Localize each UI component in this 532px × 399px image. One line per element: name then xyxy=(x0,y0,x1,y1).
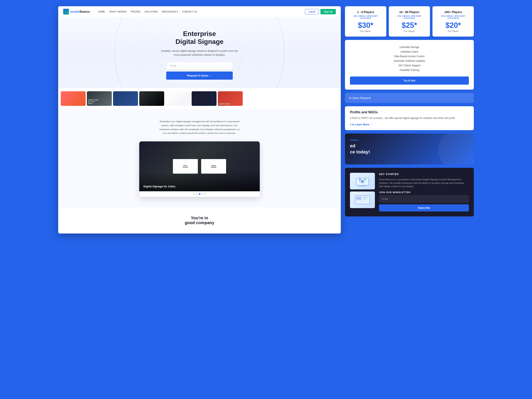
template-thumb-1[interactable] xyxy=(61,91,86,106)
tier2-title: 10 - 99 Players xyxy=(392,10,427,14)
tier1-per: Per Player xyxy=(348,30,383,32)
pricing-card-tier1: 1 - 9 Players 10% ANNUAL DISCOUNT AVAILA… xyxy=(345,6,386,37)
illustration-svg-2 xyxy=(354,193,371,206)
tier2-per: Per Player xyxy=(392,30,427,32)
svg-rect-7 xyxy=(356,197,361,200)
tier3-discount: 10% ANNUAL DISCOUNT AVAILABLE xyxy=(436,15,470,19)
footer-right-panel: GET STARTED Screenfluence is a proprieta… xyxy=(345,168,474,216)
svg-rect-8 xyxy=(362,197,368,198)
svg-point-3 xyxy=(359,179,361,180)
enterprise-card: Unlimited Storage Unlimited Users Role B… xyxy=(345,40,474,90)
nav-resources-label: RESOURCES xyxy=(162,10,177,13)
pricing-card-tier3: 100+ Players 10% ANNUAL DISCOUNT AVAILAB… xyxy=(432,6,474,37)
pricing-tiers-row: 1 - 9 Players 10% ANNUAL DISCOUNT AVAILA… xyxy=(345,6,474,37)
tier2-discount: 10% ANNUAL DISCOUNT AVAILABLE xyxy=(392,15,427,19)
newsletter-input[interactable] xyxy=(379,195,469,203)
logo-text: screenfluence xyxy=(70,10,90,13)
dot-3[interactable] xyxy=(199,193,200,195)
tier1-price: $30* xyxy=(348,22,383,29)
hero-email-input[interactable] xyxy=(166,62,233,70)
learn-more-arrow: → xyxy=(370,123,373,126)
display-caption: Digital Signage for Cafes xyxy=(143,185,175,188)
svg-rect-2 xyxy=(358,186,367,187)
good-company-section: You're in good company xyxy=(58,207,341,233)
illus-box-2 xyxy=(350,192,375,208)
pricing-panel: 1 - 9 Players 10% ANNUAL DISCOUNT AVAILA… xyxy=(345,6,474,233)
features-list: Unlimited Storage Unlimited Users Role B… xyxy=(350,45,469,72)
dot-1[interactable] xyxy=(193,193,195,195)
nav-resources[interactable]: RESOURCES ▾ xyxy=(162,10,178,13)
available-text: le Upon Request xyxy=(349,96,371,100)
nav-links: HOME HOW IT WORKS PRICING SOLUTIONS RESO… xyxy=(98,10,305,13)
hero-title: Enterprise Digital Signage xyxy=(66,30,332,46)
nonprofits-card: Profits and NGOs n NGO or NPO? Let us kn… xyxy=(345,106,474,130)
pricing-card-tier2: 10 - 99 Players 10% ANNUAL DISCOUNT AVAI… xyxy=(389,6,430,37)
template-label-7: LIMITLESS xyxy=(219,103,230,105)
illus-box-1 xyxy=(350,173,375,189)
tier3-title: 100+ Players xyxy=(436,10,470,14)
footer-about-text: Screenfluence is a proprietary cloud bas… xyxy=(379,178,469,188)
signup-button[interactable]: Sign Up xyxy=(320,9,336,14)
display-image-block: MenuDisplay DigitalSignage Digital Signa… xyxy=(139,142,260,197)
tier3-per: Per Player xyxy=(436,30,470,32)
get-started-heading: GET STARTED xyxy=(379,173,469,176)
template-thumb-2[interactable]: SPECIAL RUMMILK TEANIGHT xyxy=(87,91,112,106)
try-it-button[interactable]: Try It Out xyxy=(350,77,469,85)
nav-how-it-works[interactable]: HOW IT WORKS xyxy=(109,10,127,13)
login-button[interactable]: Log In xyxy=(305,9,319,14)
template-label-2: SPECIAL RUMMILK TEANIGHT xyxy=(88,99,99,105)
dot-5[interactable] xyxy=(204,193,206,195)
nav-pricing[interactable]: PRICING xyxy=(131,10,140,13)
website-panel: screenfluence HOME HOW IT WORKS PRICING … xyxy=(58,6,341,233)
hero-email-form: Request A Demo → xyxy=(166,62,233,80)
available-request-section: le Upon Request xyxy=(345,93,474,103)
demo-request-button[interactable]: Request A Demo → xyxy=(166,71,233,80)
feature-2: Unlimited Users xyxy=(350,50,469,54)
svg-point-1 xyxy=(361,180,364,183)
nonprofits-description: n NGO or NPO? Let us know – we offer spe… xyxy=(350,116,469,120)
template-thumb-5[interactable] xyxy=(165,91,190,106)
cta-text: ed ce today! xyxy=(350,143,469,155)
feature-4: Automatic Software Updates xyxy=(350,59,469,63)
tier3-price: $20* xyxy=(436,22,470,29)
template-thumb-3[interactable] xyxy=(113,91,138,106)
good-company-title: You're in good company xyxy=(66,216,332,225)
middle-section: Streamline your digital signage manageme… xyxy=(58,109,341,207)
footer-illustrations xyxy=(350,173,375,212)
navigation: screenfluence HOME HOW IT WORKS PRICING … xyxy=(58,6,341,17)
logo[interactable]: screenfluence xyxy=(63,9,90,14)
svg-point-5 xyxy=(364,179,366,180)
feature-6: Available Training xyxy=(350,68,469,72)
streamline-description: Streamline your digital signage manageme… xyxy=(158,120,241,135)
carousel-dots xyxy=(139,191,260,197)
nav-contact[interactable]: CONTACT US xyxy=(182,10,197,13)
template-thumb-6[interactable] xyxy=(192,91,216,106)
tier2-price: $25* xyxy=(392,22,427,29)
hero-subtitle: Scalable, secure digital signage solutio… xyxy=(160,49,239,57)
dot-4[interactable] xyxy=(202,193,203,195)
template-thumb-4[interactable] xyxy=(139,91,164,106)
blue-bar xyxy=(350,140,358,141)
feature-5: 24/7 Online Support xyxy=(350,63,469,68)
nav-actions: Log In Sign Up xyxy=(305,9,336,14)
nav-home[interactable]: HOME xyxy=(98,10,105,13)
feature-1: Unlimited Storage xyxy=(350,45,469,50)
svg-rect-10 xyxy=(356,201,368,201)
illustration-svg-1 xyxy=(354,175,371,187)
learn-more-text: t to Learn More xyxy=(350,123,369,126)
feature-3: Role Based Access Control xyxy=(350,54,469,59)
tier1-title: 1 - 9 Players xyxy=(348,10,383,14)
subscribe-button[interactable]: Subscribe xyxy=(379,204,469,212)
svg-rect-9 xyxy=(362,199,368,200)
tier1-discount: 10% ANNUAL DISCOUNT AVAILABLE xyxy=(348,15,383,19)
templates-row: SPECIAL RUMMILK TEANIGHT LIMITLESS xyxy=(58,88,341,109)
learn-more-link[interactable]: t to Learn More → xyxy=(350,123,469,126)
nonprofits-title: Profits and NGOs xyxy=(350,110,469,114)
nav-solutions[interactable]: SOLUTIONS xyxy=(145,10,158,13)
cta-section: ed ce today! xyxy=(345,134,474,164)
dot-2[interactable] xyxy=(196,193,198,195)
logo-icon xyxy=(63,9,69,14)
footer-right-content: GET STARTED Screenfluence is a proprieta… xyxy=(379,173,469,212)
template-thumb-7[interactable]: LIMITLESS xyxy=(218,91,243,106)
newsletter-label: JOIN OUR NEWSLETTER xyxy=(379,191,469,193)
